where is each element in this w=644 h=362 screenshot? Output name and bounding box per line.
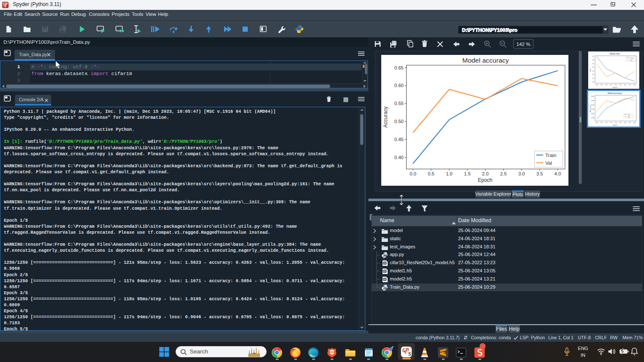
svg-text:0.60: 0.60 — [591, 100, 594, 102]
svg-text:4.0: 4.0 — [634, 84, 636, 86]
svg-text:2.0: 2.0 — [615, 84, 617, 86]
svg-text:S: S — [408, 351, 411, 356]
svg-text:0.0: 0.0 — [410, 171, 416, 176]
svg-text:2.0: 2.0 — [615, 122, 617, 124]
svg-text:1.6: 1.6 — [592, 59, 594, 61]
svg-text:Epoch: Epoch — [613, 124, 618, 126]
svg-text:Model accuracy: Model accuracy — [608, 92, 622, 94]
svg-text:Loss: Loss — [589, 69, 591, 72]
svg-text:0.50: 0.50 — [395, 119, 404, 124]
svg-text:0.65: 0.65 — [591, 96, 594, 97]
svg-text:2.5: 2.5 — [620, 122, 622, 124]
svg-text:0.0: 0.0 — [596, 122, 598, 124]
svg-text:Val: Val — [545, 160, 552, 166]
svg-text:Train: Train — [545, 153, 556, 158]
svg-text:1.0: 1.0 — [446, 171, 453, 176]
svg-text:3.0: 3.0 — [624, 122, 626, 124]
svg-text:2.0: 2.0 — [482, 171, 489, 176]
svg-text:Epoch: Epoch — [613, 87, 618, 88]
svg-text:Val: Val — [630, 60, 632, 61]
svg-text:1.2: 1.2 — [592, 74, 594, 75]
svg-text:0.45: 0.45 — [395, 137, 404, 142]
svg-text:0.5: 0.5 — [601, 84, 603, 86]
svg-text:3.5: 3.5 — [629, 122, 631, 124]
svg-text:Epoch: Epoch — [478, 177, 492, 183]
svg-text:0.55: 0.55 — [395, 101, 404, 106]
svg-text:142 %: 142 % — [516, 42, 531, 47]
svg-text:Accuracy: Accuracy — [383, 106, 389, 127]
svg-text:2.5: 2.5 — [620, 84, 622, 86]
svg-text:3.0: 3.0 — [624, 84, 626, 86]
svg-text:0.65: 0.65 — [395, 65, 404, 70]
svg-text:1.5: 1.5 — [610, 84, 612, 86]
svg-text:2.5: 2.5 — [500, 171, 507, 176]
svg-text:1.0: 1.0 — [605, 84, 608, 86]
svg-text:0.55: 0.55 — [591, 104, 594, 106]
svg-text:3.5: 3.5 — [536, 171, 543, 176]
svg-text:0.5: 0.5 — [428, 171, 434, 176]
svg-text:0.40: 0.40 — [591, 117, 594, 119]
svg-text:D:\PYTHON\PY1003\pro: D:\PYTHON\PY1003\pro — [462, 27, 517, 33]
svg-text:1.1: 1.1 — [592, 78, 594, 79]
svg-text:1.7: 1.7 — [592, 56, 594, 57]
svg-text:Train: Train — [630, 57, 634, 59]
svg-text:S: S — [7, 4, 9, 8]
svg-text:1.5: 1.5 — [592, 63, 594, 65]
svg-text:1.5: 1.5 — [464, 171, 471, 176]
svg-text:Model accuracy: Model accuracy — [462, 57, 509, 64]
svg-text:4.0: 4.0 — [634, 122, 636, 124]
svg-text:1.5: 1.5 — [610, 122, 612, 124]
svg-text:4.0: 4.0 — [554, 171, 561, 176]
svg-text:train: train — [628, 114, 631, 116]
svg-text:3.0: 3.0 — [518, 171, 525, 176]
svg-text:3.5: 3.5 — [629, 84, 631, 86]
svg-text:0.40: 0.40 — [395, 155, 404, 160]
svg-text:0.50: 0.50 — [591, 109, 594, 110]
svg-text:0.60: 0.60 — [395, 83, 404, 88]
svg-text:0.45: 0.45 — [591, 113, 594, 115]
svg-text:Model loss: Model loss — [610, 53, 620, 55]
svg-text:0.0: 0.0 — [596, 84, 598, 86]
svg-text:Accuracy: Accuracy — [589, 106, 591, 112]
svg-text:1.0: 1.0 — [592, 81, 594, 83]
svg-text:1.0: 1.0 — [605, 122, 608, 124]
svg-text:1.4: 1.4 — [592, 66, 594, 68]
svg-text:0.5: 0.5 — [601, 122, 603, 124]
svg-text:1.3: 1.3 — [592, 70, 594, 72]
svg-text:Val: Val — [628, 116, 630, 118]
